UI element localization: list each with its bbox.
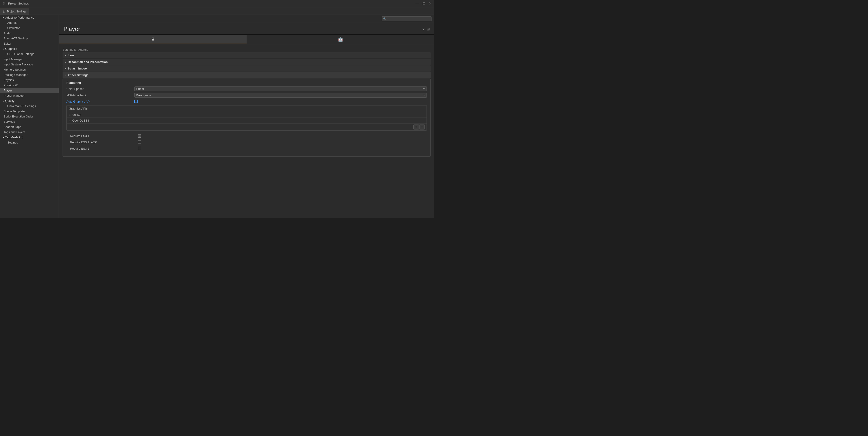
sidebar-item-burst-aot[interactable]: Burst AOT Settings	[0, 36, 59, 41]
layout-icon[interactable]: ⊞	[427, 27, 430, 31]
color-space-dropdown[interactable]: Linear Gamma	[134, 87, 427, 91]
player-title: Player	[63, 26, 80, 33]
sidebar: Adaptive Performance Android Simulator A…	[0, 15, 59, 218]
remove-api-button[interactable]: −	[419, 125, 425, 130]
es-requirements-section: Require ES3.1 Require ES3.1+AEP Require …	[66, 132, 427, 154]
require-es31aep-checkbox[interactable]	[138, 140, 141, 143]
close-button[interactable]: ✕	[429, 2, 432, 5]
arrow-down-icon	[2, 47, 4, 51]
sidebar-item-script-execution[interactable]: Script Execution Order	[0, 114, 59, 119]
minimize-button[interactable]: —	[415, 2, 419, 5]
api-list-controls: + −	[67, 124, 427, 130]
sidebar-item-services[interactable]: Services	[0, 119, 59, 124]
msaa-fallback-label: MSAA Fallback	[66, 94, 134, 97]
resolution-section-header[interactable]: ▶ Resolution and Presentation	[63, 59, 431, 65]
msaa-fallback-value: Downgrade None	[134, 93, 427, 98]
other-settings-content: Rendering Color Space* Linear Gamma MSAA…	[63, 78, 431, 157]
sidebar-item-input-manager[interactable]: Input Manager	[0, 57, 59, 62]
tab-gear-icon: ⚙	[3, 10, 6, 13]
section-arrow-icon: ▶	[65, 61, 66, 63]
require-es31aep-value	[138, 140, 423, 144]
platform-tab-desktop[interactable]: 🖥	[59, 35, 247, 44]
settings-for-label: Settings for Android	[63, 46, 431, 52]
arrow-down-icon	[2, 16, 4, 19]
sidebar-item-graphics[interactable]: Graphics	[0, 46, 59, 52]
splash-section-title: Splash Image	[68, 67, 87, 70]
rendering-subtitle: Rendering	[66, 81, 427, 85]
sidebar-item-textmesh-pro[interactable]: TextMesh Pro	[0, 135, 59, 140]
sidebar-item-package-manager[interactable]: Package Manager	[0, 72, 59, 77]
search-bar: 🔍	[59, 15, 434, 23]
resolution-section-title: Resolution and Presentation	[68, 60, 107, 64]
sidebar-item-input-system[interactable]: Input System Package	[0, 62, 59, 67]
vulkan-label: Vulkan	[72, 113, 81, 116]
color-space-label: Color Space*	[66, 87, 134, 91]
graphics-apis-section: Graphics APIs ≡ Vulkan ≡ OpenGLES3 + −	[66, 105, 427, 131]
sidebar-item-preset-manager[interactable]: Preset Manager	[0, 93, 59, 98]
require-es32-checkbox[interactable]	[138, 147, 141, 150]
opengles3-api-item: ≡ OpenGLES3	[67, 118, 427, 124]
main-layout: Adaptive Performance Android Simulator A…	[0, 15, 434, 218]
splash-section-header[interactable]: ▶ Splash Image	[63, 65, 431, 71]
search-icon: 🔍	[383, 18, 386, 21]
sidebar-item-urp-global[interactable]: URP Global Settings	[0, 52, 59, 57]
sidebar-item-quality[interactable]: Quality	[0, 98, 59, 103]
content-area: 🔍 Player ? ⊞ 🖥 🤖 Settings for Android	[59, 15, 434, 218]
auto-graphics-api-row: Auto Graphics API	[66, 99, 427, 104]
tab-label: Project Settings	[7, 10, 26, 13]
help-icon[interactable]: ?	[423, 27, 425, 31]
sidebar-item-player[interactable]: Player	[0, 88, 59, 93]
arrow-down-icon	[2, 99, 4, 103]
msaa-fallback-row: MSAA Fallback Downgrade None	[66, 93, 427, 98]
color-space-row: Color Space* Linear Gamma	[66, 86, 427, 91]
add-api-button[interactable]: +	[413, 125, 419, 130]
sidebar-item-simulator[interactable]: Simulator	[0, 25, 59, 31]
drag-handle-icon[interactable]: ≡	[69, 119, 70, 122]
sidebar-item-android[interactable]: Android	[0, 20, 59, 25]
require-es31-checkbox[interactable]	[138, 134, 141, 138]
auto-graphics-api-label[interactable]: Auto Graphics API	[66, 100, 134, 103]
icon-section-header[interactable]: ▶ Icon	[63, 52, 431, 58]
player-header-icons: ? ⊞	[423, 27, 430, 31]
other-settings-section-header[interactable]: ▼ Other Settings	[63, 72, 431, 78]
tabbar: ⚙ Project Settings	[0, 7, 434, 15]
titlebar: ⚙ Project Settings — □ ✕	[0, 0, 434, 7]
player-header: Player ? ⊞	[59, 23, 434, 35]
require-es32-value	[138, 147, 423, 150]
auto-graphics-api-value	[134, 100, 427, 103]
sidebar-item-tags-and-layers[interactable]: Tags and Layers	[0, 130, 59, 135]
desktop-icon: 🖥	[151, 37, 155, 42]
sidebar-item-adaptive-performance[interactable]: Adaptive Performance	[0, 15, 59, 20]
sidebar-item-universal-rp[interactable]: Universal RP Settings	[0, 103, 59, 109]
section-arrow-down-icon: ▼	[65, 74, 67, 76]
msaa-fallback-dropdown[interactable]: Downgrade None	[134, 93, 427, 98]
other-settings-section-title: Other Settings	[68, 73, 89, 77]
icon-section-title: Icon	[68, 54, 74, 57]
require-es31-row: Require ES3.1	[70, 133, 423, 138]
section-arrow-icon: ▶	[65, 67, 66, 70]
platform-tabs: 🖥 🤖	[59, 35, 434, 44]
sidebar-item-physics[interactable]: Physics	[0, 77, 59, 82]
app-icon: ⚙	[3, 2, 6, 5]
arrow-down-icon	[2, 136, 4, 139]
project-settings-tab[interactable]: ⚙ Project Settings	[0, 8, 29, 15]
sidebar-item-physics-2d[interactable]: Physics 2D	[0, 82, 59, 88]
maximize-button[interactable]: □	[423, 2, 425, 5]
section-arrow-icon: ▶	[65, 54, 66, 57]
sidebar-item-tmp-settings[interactable]: Settings	[0, 140, 59, 145]
search-input[interactable]	[387, 17, 430, 21]
search-input-wrap[interactable]: 🔍	[382, 16, 432, 21]
require-es31aep-row: Require ES3.1+AEP	[70, 140, 423, 145]
auto-graphics-api-checkbox[interactable]	[134, 100, 137, 103]
sidebar-item-memory-settings[interactable]: Memory Settings	[0, 67, 59, 72]
require-es32-row: Require ES3.2	[70, 146, 423, 151]
opengles3-label: OpenGLES3	[72, 119, 89, 122]
sidebar-item-editor[interactable]: Editor	[0, 41, 59, 46]
sidebar-item-audio[interactable]: Audio	[0, 31, 59, 36]
require-es31aep-label: Require ES3.1+AEP	[70, 141, 138, 144]
sidebar-item-shader-graph[interactable]: ShaderGraph	[0, 124, 59, 130]
sidebar-item-scene-template[interactable]: Scene Template	[0, 109, 59, 114]
platform-tab-android[interactable]: 🤖	[247, 35, 434, 44]
drag-handle-icon[interactable]: ≡	[69, 113, 70, 116]
android-icon: 🤖	[338, 36, 343, 42]
